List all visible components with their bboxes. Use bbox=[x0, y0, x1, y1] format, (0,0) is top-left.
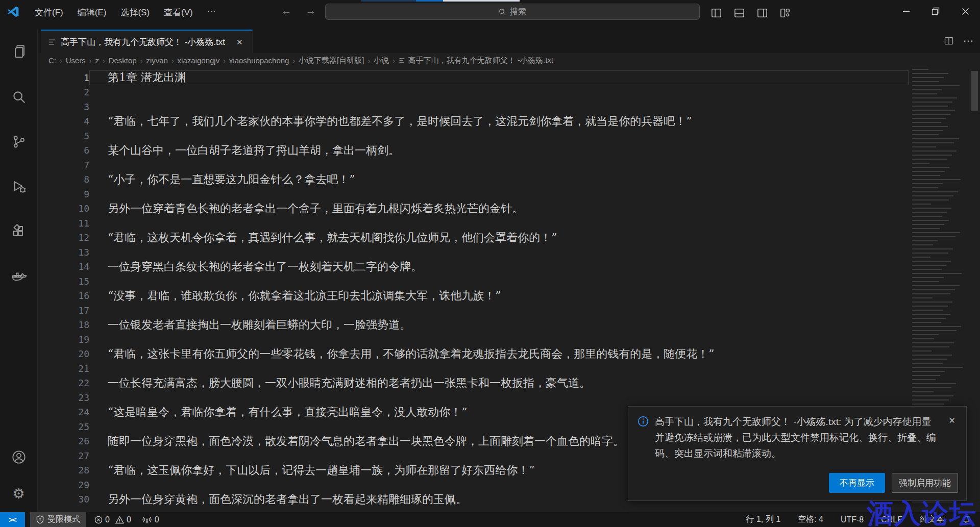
menu-item[interactable]: ··· bbox=[201, 4, 222, 21]
breadcrumb-item[interactable]: C: bbox=[48, 56, 56, 65]
line-number[interactable]: 30 bbox=[37, 494, 89, 505]
line-number[interactable]: 26 bbox=[37, 436, 89, 446]
line-number[interactable]: 15 bbox=[37, 276, 89, 287]
nav-back-icon[interactable]: ← bbox=[280, 5, 293, 17]
settings-gear-icon[interactable]: ⚙ bbox=[0, 475, 37, 512]
editor-line[interactable]: 18一位银发老者直接掏出一枚雕刻着巨蟒的大印，一脸强势道。 bbox=[37, 318, 911, 333]
editor-line[interactable]: 8“小子，你不是一直想要这九阳金针么？拿去吧！” bbox=[37, 172, 911, 187]
line-number[interactable]: 6 bbox=[37, 145, 89, 156]
extensions-icon[interactable] bbox=[0, 209, 37, 254]
line-number[interactable]: 3 bbox=[37, 102, 89, 112]
line-number[interactable]: 14 bbox=[37, 261, 89, 272]
line-number[interactable]: 1 bbox=[37, 72, 89, 83]
editor-line[interactable]: 11 bbox=[37, 216, 911, 231]
menu-item[interactable]: 文件(F) bbox=[29, 4, 69, 21]
cursor-position-item[interactable]: 行 1, 列 1 bbox=[744, 512, 783, 527]
line-number[interactable]: 16 bbox=[37, 290, 89, 301]
account-icon[interactable] bbox=[0, 439, 37, 475]
source-control-icon[interactable] bbox=[0, 119, 37, 164]
run-and-debug-icon[interactable] bbox=[0, 164, 37, 209]
editor-line[interactable]: 23 bbox=[37, 390, 911, 405]
line-number[interactable]: 2 bbox=[37, 87, 89, 97]
line-number[interactable]: 17 bbox=[37, 305, 89, 316]
editor-line[interactable]: 16“没事，君临，谁敢欺负你，你就拿着这北凉王印去北凉调集大军，诛他九族！” bbox=[37, 289, 911, 304]
toggle-primary-sidebar-icon[interactable] bbox=[710, 7, 722, 19]
line-number[interactable]: 10 bbox=[37, 203, 89, 214]
breadcrumb-item[interactable]: Users bbox=[66, 56, 86, 65]
breadcrumb-item[interactable]: Desktop bbox=[109, 56, 137, 65]
problems-item[interactable]: 0 0 bbox=[92, 512, 133, 527]
editor-line[interactable]: 21 bbox=[37, 361, 911, 376]
line-number[interactable]: 23 bbox=[37, 392, 89, 403]
line-number[interactable]: 7 bbox=[37, 160, 89, 170]
explorer-icon[interactable] bbox=[0, 30, 37, 74]
docker-icon[interactable] bbox=[0, 254, 37, 299]
editor-line[interactable]: 4“君临，七年了，我们几个老家伙的本事你学的也都差不多了，是时候回去了，这混元剑… bbox=[37, 114, 911, 129]
restricted-mode-item[interactable]: 受限模式 bbox=[30, 512, 86, 527]
remote-indicator[interactable]: >< bbox=[0, 512, 25, 527]
line-number[interactable]: 25 bbox=[37, 421, 89, 432]
breadcrumb-item[interactable]: 小说 bbox=[374, 56, 389, 65]
menu-item[interactable]: 编辑(E) bbox=[71, 4, 113, 21]
vertical-scrollbar-thumb[interactable] bbox=[971, 71, 978, 111]
editor-line[interactable]: 22一位长得充满富态，膀大腰圆，一双小眼睛充满财迷相的老者扔出一张黑卡和一枚扳指… bbox=[37, 376, 911, 391]
editor-line[interactable]: 20“君临，这张卡里有你五师父的一些零花钱，你拿去用，不够的话就拿着龙魂扳指去龙… bbox=[37, 347, 911, 362]
editor-line[interactable]: 6某个山谷中，一位白胡子老道捋了捋山羊胡，拿出一柄剑。 bbox=[37, 143, 911, 158]
editor-line[interactable]: 7 bbox=[37, 158, 911, 172]
line-number[interactable]: 21 bbox=[37, 363, 89, 374]
window-minimize-button[interactable] bbox=[891, 0, 921, 22]
breadcrumb-item[interactable]: ziyvan bbox=[146, 56, 168, 65]
line-number[interactable]: 27 bbox=[37, 450, 89, 461]
editor-line[interactable]: 14一位身穿黑白条纹长袍的老者拿出了一枚刻着天机二字的令牌。 bbox=[37, 260, 911, 274]
editor-line[interactable]: 10另外一位穿着青色长袍的老者拿出一个盒子，里面有着九根闪烁着炙热光芒的金针。 bbox=[37, 202, 911, 216]
line-number[interactable]: 18 bbox=[37, 319, 89, 330]
line-number[interactable]: 12 bbox=[37, 232, 89, 243]
breadcrumb-item[interactable]: z bbox=[95, 56, 100, 65]
line-number[interactable]: 24 bbox=[37, 407, 89, 417]
ports-item[interactable]: 0 bbox=[140, 512, 161, 527]
line-number[interactable]: 11 bbox=[37, 218, 89, 229]
editor-line[interactable]: 19 bbox=[37, 332, 911, 347]
editor-line[interactable]: 12“君临，这枚天机令你拿着，真遇到什么事，就去天机阁找你几位师兄，他们会罩着你… bbox=[37, 231, 911, 245]
line-number[interactable]: 22 bbox=[37, 378, 89, 388]
editor-line[interactable]: 15 bbox=[37, 274, 911, 289]
editor-line[interactable]: 17 bbox=[37, 303, 911, 318]
breadcrumb-item[interactable]: xiaoshuopachong bbox=[229, 56, 289, 65]
line-number[interactable]: 8 bbox=[37, 174, 89, 185]
command-center-search[interactable]: 搜索 bbox=[325, 4, 700, 20]
line-number[interactable]: 29 bbox=[37, 480, 89, 490]
breadcrumb-item[interactable]: 小说下载器[自研版] bbox=[299, 56, 364, 65]
menu-item[interactable]: 查看(V) bbox=[158, 4, 199, 21]
line-number[interactable]: 20 bbox=[37, 348, 89, 359]
more-actions-icon[interactable]: ⋯ bbox=[963, 35, 974, 47]
line-number[interactable]: 5 bbox=[37, 131, 89, 141]
line-number[interactable]: 4 bbox=[37, 116, 89, 127]
editor-line[interactable]: 5 bbox=[37, 129, 911, 143]
line-number[interactable]: 19 bbox=[37, 334, 89, 345]
tab-close-icon[interactable]: ✕ bbox=[234, 37, 245, 48]
encoding-item[interactable]: UTF-8 bbox=[839, 512, 866, 527]
dont-show-again-button[interactable]: 不再显示 bbox=[829, 473, 885, 493]
menu-item[interactable]: 选择(S) bbox=[114, 4, 156, 21]
window-restore-button[interactable] bbox=[921, 0, 950, 22]
editor-line[interactable]: 3 bbox=[37, 99, 911, 114]
tab-active[interactable]: 高手下山，我有九个无敌师父！ -小殇殇.txt ✕ bbox=[41, 30, 253, 54]
editor-line[interactable]: 13 bbox=[37, 245, 911, 260]
editor-line[interactable]: 9 bbox=[37, 187, 911, 202]
split-editor-icon[interactable] bbox=[944, 36, 954, 46]
toggle-secondary-sidebar-icon[interactable] bbox=[756, 7, 768, 19]
breadcrumb-item[interactable]: xiazaigongjv bbox=[178, 56, 220, 65]
notification-close-icon[interactable]: ✕ bbox=[946, 415, 958, 426]
line-number[interactable]: 28 bbox=[37, 465, 89, 475]
line-number[interactable]: 13 bbox=[37, 247, 89, 258]
window-close-button[interactable] bbox=[950, 0, 980, 22]
breadcrumb-item[interactable]: 高手下山，我有九个无敌师父！ -小殇殇.txt bbox=[408, 56, 553, 65]
line-number[interactable]: 9 bbox=[37, 189, 89, 199]
search-sidebar-icon[interactable] bbox=[0, 74, 37, 119]
editor-line[interactable]: 2 bbox=[37, 85, 911, 100]
customize-layout-icon[interactable] bbox=[779, 7, 791, 19]
editor-line[interactable]: 1第1章 潜龙出渊 bbox=[37, 70, 911, 85]
nav-forward-icon[interactable]: → bbox=[304, 5, 317, 17]
indentation-item[interactable]: 空格: 4 bbox=[796, 512, 825, 527]
force-enable-button[interactable]: 强制启用功能 bbox=[892, 473, 958, 493]
